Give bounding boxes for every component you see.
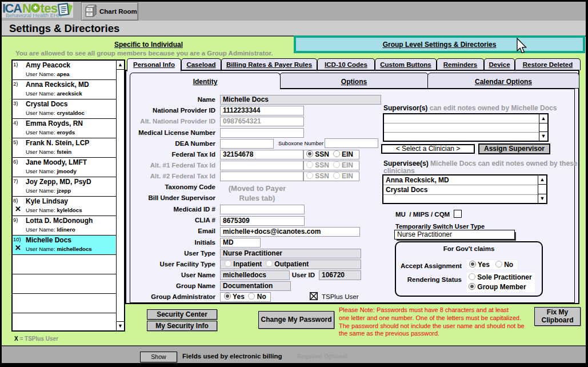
svg-text:Behavioral Health EHR: Behavioral Health EHR — [6, 12, 62, 18]
